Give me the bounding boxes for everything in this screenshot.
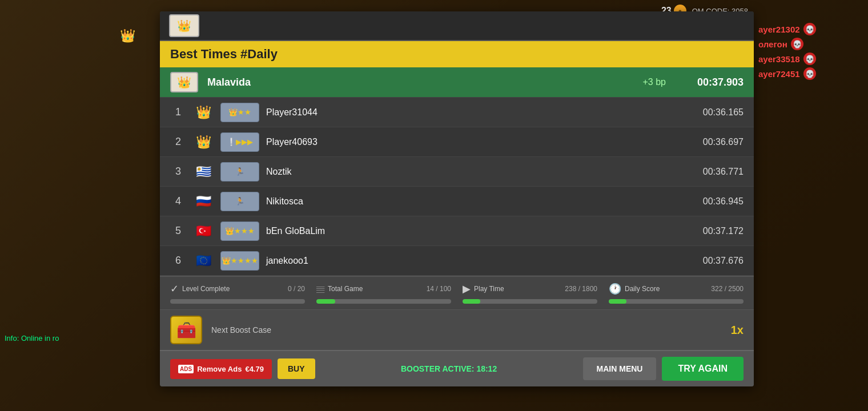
lb-name-5: janekooo1 bbox=[266, 256, 674, 266]
lb-rank-0: 1 bbox=[170, 106, 186, 118]
lb-name-3: Nikitosca bbox=[266, 196, 674, 207]
left-info-text: Info: Online in ro bbox=[5, 334, 59, 342]
lb-name-1: Player40693 bbox=[266, 137, 674, 147]
boost-bar: 🧰 Next Boost Case 1x bbox=[160, 309, 754, 350]
current-player-row: 👑 Malavida +3 bp 00:37.903 bbox=[160, 67, 754, 98]
stat-label-3: Daily Score bbox=[625, 285, 660, 293]
lb-badge-4: 👑★★★ bbox=[220, 221, 259, 241]
leaderboard-list: 1 👑 👑★★ Player31044 00:36.165 2 👑 ❕▶▶▶ P… bbox=[160, 98, 754, 276]
current-player-time: 00:37.903 bbox=[675, 76, 744, 88]
ads-price: €4.79 bbox=[245, 365, 264, 373]
lb-flag-0: 👑 bbox=[193, 105, 214, 120]
stat-values-3: 322 / 2500 bbox=[711, 285, 744, 293]
leaderboard-row-0: 1 👑 👑★★ Player31044 00:36.165 bbox=[160, 98, 754, 127]
current-player-crown: 👑 bbox=[170, 72, 198, 92]
lb-time-2: 00:36.771 bbox=[681, 167, 744, 177]
stat-item-3: 🕐 Daily Score 322 / 2500 bbox=[609, 283, 744, 304]
lb-rank-2: 3 bbox=[170, 166, 186, 178]
current-player-bp: +3 bp bbox=[643, 77, 666, 87]
lb-badge-0: 👑★★ bbox=[220, 103, 259, 122]
lb-name-4: bEn GloBaLim bbox=[266, 226, 674, 236]
modal-title: Best Times #Daily bbox=[170, 47, 278, 61]
lb-time-1: 00:36.697 bbox=[681, 137, 744, 147]
lb-time-3: 00:36.945 bbox=[681, 196, 744, 207]
stat-progress-bg-2 bbox=[463, 299, 597, 304]
leaderboard-modal: 👑 Best Times #Daily 👑 Malavida +3 bp 00:… bbox=[160, 11, 754, 386]
stat-item-1: 𝄙 Total Game 14 / 100 bbox=[316, 283, 451, 304]
left-info: Info: Online in ro bbox=[5, 334, 59, 342]
stat-icon-2: ▶ bbox=[463, 283, 471, 295]
right-player-3: ayer72451 💀 bbox=[758, 67, 863, 80]
skull-icon-0: 💀 bbox=[803, 23, 816, 35]
player-name-1: олегон bbox=[758, 39, 787, 49]
ads-icon: ADS bbox=[178, 365, 194, 373]
lb-badge-3: 🏃 bbox=[220, 192, 259, 211]
player-name-3: ayer72451 bbox=[758, 69, 800, 79]
boost-label: Next Boost Case bbox=[211, 325, 375, 335]
player-name-2: ayer33518 bbox=[758, 54, 800, 64]
right-panel: ayer21302 💀 олегон 💀 ayer33518 💀 ayer724… bbox=[754, 0, 868, 411]
leaderboard-row-2: 3 🇺🇾 🏃 Noztik 00:36.771 bbox=[160, 157, 754, 187]
stat-icon-1: 𝄙 bbox=[316, 283, 324, 295]
remove-ads-button[interactable]: ADS Remove Ads €4.79 bbox=[170, 359, 272, 379]
stat-progress-fill-1 bbox=[316, 299, 335, 304]
stat-icon-3: 🕐 bbox=[609, 283, 621, 295]
boost-chest-icon: 🧰 bbox=[170, 316, 202, 344]
modal-title-bar: Best Times #Daily bbox=[160, 41, 754, 67]
lb-rank-1: 2 bbox=[170, 136, 186, 148]
booster-status: BOOSTER ACTIVE: 18:12 bbox=[321, 364, 577, 373]
action-bar: ADS Remove Ads €4.79 BUY BOOSTER ACTIVE:… bbox=[160, 350, 754, 386]
stat-label-1: Total Game bbox=[328, 285, 363, 293]
lb-flag-5: 🇪🇺 bbox=[193, 253, 214, 268]
try-again-button[interactable]: TRY AGAIN bbox=[662, 357, 744, 381]
lb-badge-5: 👑★★★★ bbox=[220, 251, 259, 271]
top-left-crown-icon: 👑 bbox=[120, 29, 135, 43]
stat-progress-bg-3 bbox=[609, 299, 744, 304]
lb-name-2: Noztik bbox=[266, 167, 674, 177]
stat-progress-bg-0 bbox=[170, 299, 305, 304]
lb-time-4: 00:37.172 bbox=[681, 226, 744, 236]
leaderboard-row-5: 6 🇪🇺 👑★★★★ janekooo1 00:37.676 bbox=[160, 246, 754, 276]
stat-progress-fill-3 bbox=[609, 299, 626, 304]
lb-rank-4: 5 bbox=[170, 225, 186, 237]
right-player-0: ayer21302 💀 bbox=[758, 23, 863, 35]
stat-values-0: 0 / 20 bbox=[288, 285, 305, 293]
stat-item-2: ▶ Play Time 238 / 1800 bbox=[463, 283, 597, 304]
lb-flag-2: 🇺🇾 bbox=[193, 164, 214, 179]
remove-ads-label: Remove Ads bbox=[197, 365, 242, 373]
lb-badge-1: ❕▶▶▶ bbox=[220, 132, 259, 152]
leaderboard-row-4: 5 🇹🇷 👑★★★ bEn GloBaLim 00:37.172 bbox=[160, 216, 754, 246]
stat-label-0: Level Complete bbox=[182, 285, 230, 293]
stat-progress-bg-1 bbox=[316, 299, 451, 304]
lb-flag-4: 🇹🇷 bbox=[193, 224, 214, 239]
lb-time-0: 00:36.165 bbox=[681, 107, 744, 118]
skull-icon-3: 💀 bbox=[803, 67, 816, 80]
current-player-name: Malavida bbox=[207, 76, 634, 88]
stat-values-1: 14 / 100 bbox=[427, 285, 451, 293]
lb-flag-1: 👑 bbox=[193, 135, 214, 150]
player-name-0: ayer21302 bbox=[758, 25, 800, 34]
skull-icon-2: 💀 bbox=[803, 53, 816, 65]
boost-count: 1x bbox=[721, 324, 744, 337]
stat-progress-fill-2 bbox=[463, 299, 480, 304]
lb-rank-5: 6 bbox=[170, 255, 186, 267]
lb-rank-3: 4 bbox=[170, 195, 186, 207]
buy-button[interactable]: BUY bbox=[278, 358, 315, 379]
lb-time-5: 00:37.676 bbox=[681, 256, 744, 266]
stat-item-0: ✓ Level Complete 0 / 20 bbox=[170, 283, 305, 304]
lb-badge-2: 🏃 bbox=[220, 162, 259, 182]
lb-name-0: Player31044 bbox=[266, 107, 674, 118]
right-player-2: ayer33518 💀 bbox=[758, 53, 863, 65]
leaderboard-row-1: 2 👑 ❕▶▶▶ Player40693 00:36.697 bbox=[160, 127, 754, 157]
modal-topbar: 👑 bbox=[160, 11, 754, 41]
stat-label-2: Play Time bbox=[474, 285, 504, 293]
right-player-1: олегон 💀 bbox=[758, 38, 863, 50]
leaderboard-row-3: 4 🇷🇺 🏃 Nikitosca 00:36.945 bbox=[160, 187, 754, 216]
stats-bar: ✓ Level Complete 0 / 20 𝄙 Total Game 14 … bbox=[160, 276, 754, 309]
main-menu-button[interactable]: MAIN MENU bbox=[583, 357, 657, 380]
stat-icon-0: ✓ bbox=[170, 283, 179, 295]
stat-values-2: 238 / 1800 bbox=[565, 285, 597, 293]
lb-flag-3: 🇷🇺 bbox=[193, 194, 214, 209]
skull-icon-1: 💀 bbox=[791, 38, 803, 50]
modal-crown-badge: 👑 bbox=[169, 14, 199, 37]
